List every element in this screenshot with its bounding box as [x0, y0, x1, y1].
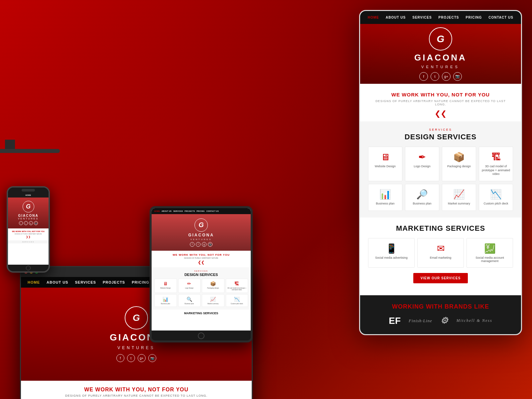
- desktop-nav-about[interactable]: ABOUT US: [47, 280, 68, 284]
- phone-chevron-icon: ❯❯: [9, 235, 47, 238]
- tablet-home-button[interactable]: [198, 332, 204, 339]
- phone-social-facebook[interactable]: f: [19, 221, 23, 225]
- phone-brand-name: GIACONA: [11, 214, 45, 217]
- rp-services-title: DESIGN SERVICES: [368, 133, 513, 141]
- phone-social-twitter[interactable]: t: [24, 221, 28, 225]
- tablet-social-instagram[interactable]: 📷: [208, 242, 212, 247]
- rp-marketing-grid: 📱 Social media advertising ✉ Email marke…: [368, 238, 513, 268]
- monitor-base: [0, 149, 60, 153]
- logo-design-label: Logo Design: [180, 287, 200, 289]
- desktop-social-twitter[interactable]: t: [127, 354, 135, 362]
- rp-tagline-sub: DESIGNS OF PURELY ARBITRARY NATURE CANNO…: [370, 99, 511, 106]
- phone-screen: HOME G GIACONA VENTURES f t g 📷 WE WORK …: [8, 193, 49, 265]
- rp-service-pitch: 📉 Custom pitch deck: [479, 184, 513, 211]
- phone-social-instagram[interactable]: 📷: [34, 221, 38, 225]
- phone-hero: G GIACONA VENTURES f t g 📷: [8, 198, 49, 228]
- desktop-social-facebook[interactable]: f: [116, 354, 124, 362]
- logo-design-icon: ✏: [180, 281, 200, 286]
- tablet-service-pitch: 📉 Custom pitch deck: [226, 294, 248, 307]
- desktop-nav-pricing[interactable]: PRICING: [132, 280, 149, 284]
- rp-design-services-section: SERVICES DESIGN SERVICES 🖥 Website Desig…: [360, 121, 521, 217]
- tablet-marketing: MARKETING SERVICES: [152, 310, 251, 317]
- website-design-icon: 🖥: [156, 281, 176, 286]
- phone-home-button[interactable]: [8, 265, 49, 271]
- rp-services-label: SERVICES: [368, 128, 513, 131]
- tablet-hero: G GIACONA VENTURES f t g 📷: [152, 214, 251, 251]
- brand-logo-finishline: Finish·Line: [409, 318, 432, 324]
- tablet-tagline: WE WORK WITH YOU, NOT FOR YOU DESIGNS OF…: [152, 251, 251, 267]
- desktop-nav-home[interactable]: HOME: [28, 280, 40, 284]
- tablet-social-facebook[interactable]: f: [190, 242, 195, 247]
- desktop-social-icons: f t g+ 📷: [116, 354, 156, 362]
- desktop-tagline-sub: DESIGNS OF PURELY ARBITRARY NATURE CANNO…: [28, 394, 245, 397]
- rp-social-icons: f t g+ 📷: [419, 72, 462, 81]
- rp-services-grid: 🖥 Website Design ✒ Logo Design 📦 Packagi…: [368, 147, 513, 211]
- rp-marketing-title: MARKETING SERVICES: [368, 224, 513, 233]
- rp-logo-design-icon: ✒: [408, 152, 436, 163]
- tablet-nav-services[interactable]: SERVICES: [173, 210, 183, 212]
- rp-pitch-label: Custom pitch deck: [482, 202, 510, 206]
- phone-mockup: HOME G GIACONA VENTURES f t g 📷 WE WORK …: [7, 186, 50, 273]
- tablet-social-google[interactable]: g: [202, 242, 206, 247]
- tablet-tagline-sub: DESIGNS OF PURELY ARBITRARY NATURE: [154, 257, 248, 259]
- rp-service-packaging: 📦 Packaging design: [442, 147, 476, 181]
- rp-marketing-social-ads: 📱 Social media advertising: [368, 238, 415, 268]
- phone-notch: [8, 188, 49, 193]
- rp-social-facebook[interactable]: f: [419, 72, 428, 81]
- phone-tagline-accent: NOT FOR YOU: [32, 230, 45, 232]
- tablet-nav-projects[interactable]: PROJECTS: [185, 210, 195, 212]
- rp-tagline-title: WE WORK WITH YOU, NOT FOR YOU: [370, 92, 511, 97]
- desktop-nav-projects[interactable]: PROJECTS: [103, 280, 125, 284]
- rp-website-label: Website Design: [371, 165, 399, 169]
- phone-social-google[interactable]: g: [29, 221, 33, 225]
- tablet-mockup: HOME ABOUT US SERVICES PROJECTS PRICING …: [150, 206, 253, 342]
- tablet-nav-home[interactable]: HOME: [154, 210, 160, 212]
- phone-nav-home: HOME: [26, 194, 31, 196]
- rp-chevron-icon: ❮❮: [370, 109, 511, 118]
- brand-logo-mitchell: Mitchell & Ness: [457, 318, 492, 323]
- business-plan1-icon: 📊: [156, 297, 176, 302]
- rp-social-google[interactable]: g+: [442, 72, 451, 81]
- rp-email-icon: ✉: [420, 243, 461, 254]
- desktop-tagline-main: WE WORK WITH YOU,: [84, 387, 148, 392]
- rp-packaging-icon: 📦: [445, 152, 473, 163]
- desktop-nav-services[interactable]: SERVICES: [75, 280, 96, 284]
- desktop-social-instagram[interactable]: 📷: [148, 354, 156, 362]
- rp-nav-services[interactable]: SERVICES: [412, 16, 432, 19]
- tablet-service-website: 🖥 Website Design: [154, 279, 177, 293]
- phone-notch-inner: [22, 189, 35, 192]
- rp-nav-pricing[interactable]: PRICING: [466, 16, 482, 19]
- rp-service-logo: ✒ Logo Design: [405, 147, 439, 181]
- desktop-social-google[interactable]: g+: [138, 354, 146, 362]
- rp-nav-home[interactable]: HOME: [368, 16, 379, 19]
- rp-brands-logos: EF Finish·Line ⚙ Mitchell & Ness: [368, 316, 513, 326]
- rp-nav-projects[interactable]: PROJECTS: [439, 16, 459, 19]
- tablet-service-biz1: 📊 Business plan: [154, 294, 177, 307]
- rp-nav-about[interactable]: ABOUT US: [386, 16, 406, 19]
- tablet-social-twitter[interactable]: t: [196, 242, 200, 247]
- tablet-services-grid: 🖥 Website Design ✏ Logo Design 📦 Packagi…: [154, 279, 248, 307]
- rp-social-instagram[interactable]: 📷: [453, 72, 462, 81]
- rp-nav-contact[interactable]: CONTACT US: [488, 16, 513, 19]
- rp-email-label: Email marketing: [420, 256, 461, 259]
- rp-packaging-label: Packaging design: [445, 165, 473, 169]
- rp-website-icon: 🖥: [371, 152, 399, 163]
- phone-brand-sub: VENTURES: [11, 217, 45, 220]
- packaging-design-label: Packaging design: [203, 287, 223, 289]
- rp-social-twitter[interactable]: t: [431, 72, 439, 81]
- tablet-marketing-title: MARKETING SERVICES: [154, 312, 248, 315]
- right-panel-browser: HOME ABOUT US SERVICES PROJECTS PRICING …: [359, 10, 522, 335]
- tablet-nav-pricing[interactable]: PRICING: [197, 210, 204, 212]
- rp-market-label: Market summary: [445, 202, 473, 206]
- rp-market-icon: 📈: [445, 189, 473, 200]
- pitch-deck-label: Custom pitch deck: [227, 303, 247, 305]
- tablet-tagline-accent: NOT FOR YOU: [207, 253, 229, 256]
- view-services-button[interactable]: VIEW OUR SERVICES: [413, 273, 468, 283]
- tablet-nav-about[interactable]: ABOUT US: [162, 210, 172, 212]
- tablet-screen: HOME ABOUT US SERVICES PROJECTS PRICING …: [152, 208, 251, 331]
- 3d-model-icon: 🏗: [227, 281, 247, 286]
- tablet-nav-contact[interactable]: CONTACT US: [206, 210, 219, 212]
- desktop-logo-text: G: [133, 313, 140, 323]
- tablet-logo-text: G: [199, 221, 204, 229]
- right-panel-logo: G: [429, 27, 452, 51]
